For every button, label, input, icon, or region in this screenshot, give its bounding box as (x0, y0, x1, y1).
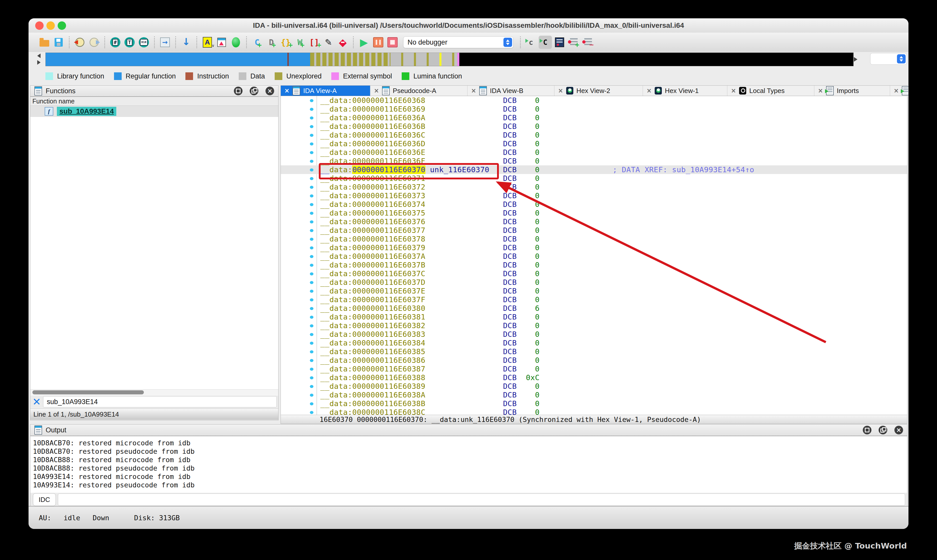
tab-close-icon[interactable]: × (647, 87, 651, 94)
listing[interactable]: __data:0000000116E60368 DCB 0__data:0000… (281, 96, 907, 415)
make-undefined-icon[interactable]: W+ (293, 36, 307, 49)
restart-process-icon[interactable]: C (539, 36, 552, 49)
tab-local-types[interactable]: ×Local Types (727, 86, 814, 96)
asm-line[interactable]: __data:0000000116E6037A DCB 0 (281, 252, 907, 261)
asm-line[interactable]: __data:0000000116E6037D DCB 0 (281, 278, 907, 287)
debugger-windows-icon[interactable] (553, 36, 566, 49)
functions-hscrollbar-thumb[interactable] (32, 390, 144, 394)
window-titlebar[interactable]: IDA - bili-universal.i64 (bili-universal… (29, 18, 908, 33)
tab-close-icon[interactable]: × (731, 87, 736, 94)
pause-process-icon[interactable] (372, 36, 385, 49)
asm-line[interactable]: __data:0000000116E60379 DCB 0 (281, 243, 907, 252)
asm-line[interactable]: __data:0000000116E60388 DCB 0xC (281, 373, 907, 382)
band-range-select[interactable] (870, 53, 907, 65)
asm-line[interactable]: __data:0000000116E60382 DCB 0 (281, 321, 907, 330)
band-segment-regular-function-region[interactable] (46, 53, 310, 66)
lumina-icon[interactable] (229, 36, 242, 49)
asm-line[interactable]: __data:0000000116E6036D DCB 0 (281, 139, 907, 148)
asm-line[interactable]: __data:0000000116E60389 DCB 0 (281, 382, 907, 391)
function-list-item[interactable]: fsub_10A993E14 (30, 106, 278, 117)
tab-ida-view-b[interactable]: ×IDA View-B (468, 86, 554, 96)
functions-hscrollbar[interactable] (30, 389, 278, 395)
function-name[interactable]: sub_10A993E14 (57, 107, 116, 116)
tab-close-icon[interactable]: × (471, 87, 476, 94)
asm-line[interactable]: __data:0000000116E60369 DCB 0 (281, 105, 907, 113)
panel-maximize-button[interactable] (234, 87, 242, 95)
band-segment-instruction-tick[interactable] (287, 53, 289, 66)
cancel-analysis-icon[interactable]: ◆ (336, 36, 349, 49)
tab-imports[interactable]: ×Imports (814, 86, 890, 96)
clear-filter-icon[interactable]: ✕ (32, 397, 41, 407)
asm-line[interactable]: __data:0000000116E60373 DCB 0 (281, 191, 907, 200)
jump-down-icon[interactable]: ↓ (179, 36, 193, 49)
asm-line[interactable]: __data:0000000116E60381 DCB 0 (281, 312, 907, 321)
jump-address-icon[interactable]: # (109, 36, 122, 49)
output-log[interactable]: 10D8ACB70: restored microcode from idb10… (30, 436, 907, 495)
asm-line[interactable]: __data:0000000116E6036A DCB 0 (281, 113, 907, 122)
asm-line[interactable]: __data:0000000116E6038B DCB 0 (281, 399, 907, 408)
output-panel-header[interactable]: Output × (30, 425, 907, 436)
asm-line[interactable]: __data:0000000116E60372 DCB 0 (281, 183, 907, 191)
open-file-icon[interactable] (38, 36, 51, 49)
asm-line[interactable]: __data:0000000116E60378 DCB 0 (281, 235, 907, 243)
band-scroll-arrows[interactable] (37, 54, 43, 65)
band-segment-unexplored-mixed-region[interactable] (310, 53, 391, 66)
band-end-arrow-icon[interactable] (854, 57, 857, 62)
asm-line[interactable]: __data:0000000116E60374 DCB 0 (281, 200, 907, 209)
tab-hex-view-2[interactable]: ×Hex View-2 (554, 86, 643, 96)
breakpoint-add-icon[interactable]: + (567, 36, 580, 49)
navigation-band[interactable] (45, 52, 854, 66)
asm-line[interactable]: __data:0000000116E6038A DCB 0 (281, 391, 907, 399)
asm-line[interactable]: __data:0000000116E60380 DCB 6 (281, 304, 907, 312)
tab-ida-view-a[interactable]: ×IDA View-A (281, 86, 370, 96)
tab-close-icon[interactable]: × (894, 87, 899, 94)
navigate-back-icon[interactable] (73, 36, 86, 49)
asm-line[interactable]: __data:0000000116E6037E DCB 0 (281, 287, 907, 295)
asm-line[interactable]: __data:0000000116E60386 DCB 0 (281, 356, 907, 365)
asm-line[interactable]: __data:0000000116E60375 DCB 0 (281, 209, 907, 217)
asm-line[interactable]: __data:0000000116E60377 DCB 0 (281, 226, 907, 235)
functions-panel-header[interactable]: Functions × (30, 86, 278, 97)
asm-line[interactable]: __data:0000000116E60383 DCB 0 (281, 330, 907, 338)
tab-exports[interactable]: ×Exports (890, 86, 908, 96)
make-data-icon[interactable]: D+ (265, 36, 278, 49)
panel-close-button[interactable]: × (266, 87, 274, 95)
idc-language-button[interactable]: IDC (33, 493, 56, 506)
attach-process-icon[interactable]: c (524, 36, 538, 49)
asm-line[interactable]: __data:0000000116E6036B DCB 0 (281, 122, 907, 131)
panel-restore-button[interactable] (250, 87, 258, 95)
make-array-icon[interactable]: []+ (307, 36, 321, 49)
make-struct-icon[interactable]: {}+ (279, 36, 292, 49)
debugger-select-stepper-icon[interactable] (503, 38, 512, 47)
save-file-icon[interactable] (52, 36, 65, 49)
start-process-icon[interactable]: ▶ (357, 36, 370, 49)
output-close-button[interactable]: × (894, 426, 903, 434)
output-restore-button[interactable] (878, 426, 887, 434)
tab-close-icon[interactable]: × (284, 87, 289, 94)
band-scroll-left-icon[interactable] (37, 54, 40, 58)
patch-bytes-icon[interactable]: ✎ (322, 36, 335, 49)
asm-line[interactable]: __data:0000000116E6037C DCB 0 (281, 269, 907, 278)
set-colors-icon[interactable] (215, 36, 228, 49)
tab-pseudocode-a[interactable]: ×Pseudocode-A (370, 86, 468, 96)
asm-line[interactable]: __data:0000000116E6036C DCB 0 (281, 131, 907, 139)
asm-line[interactable]: __data:0000000116E6037F DCB 0 (281, 295, 907, 304)
asm-line[interactable]: __data:0000000116E60385 DCB 0 (281, 347, 907, 356)
tab-hex-view-1[interactable]: ×Hex View-1 (643, 86, 727, 96)
stop-process-icon[interactable] (386, 36, 399, 49)
tab-close-icon[interactable]: × (558, 87, 563, 94)
asm-line[interactable]: __data:0000000116E60368 DCB 0 (281, 96, 907, 105)
jump-name-icon[interactable]: T (123, 36, 136, 49)
asm-line[interactable]: __data:0000000116E6037B DCB 0 (281, 261, 907, 269)
function-name-column-header[interactable]: Function name (30, 97, 278, 106)
make-code-icon[interactable]: C+ (250, 36, 264, 49)
navigate-forward-icon[interactable] (88, 36, 101, 49)
asm-line[interactable]: __data:0000000116E60387 DCB 0 (281, 365, 907, 373)
functions-filter-input[interactable] (43, 396, 277, 408)
text-search-icon[interactable]: A∨ (201, 36, 214, 49)
tab-close-icon[interactable]: × (374, 87, 379, 94)
band-range-stepper-icon[interactable] (897, 54, 906, 63)
jump-binary-icon[interactable]: 010 (137, 36, 150, 49)
breakpoint-delete-icon[interactable]: − (582, 36, 595, 49)
cli-input[interactable] (58, 494, 905, 506)
